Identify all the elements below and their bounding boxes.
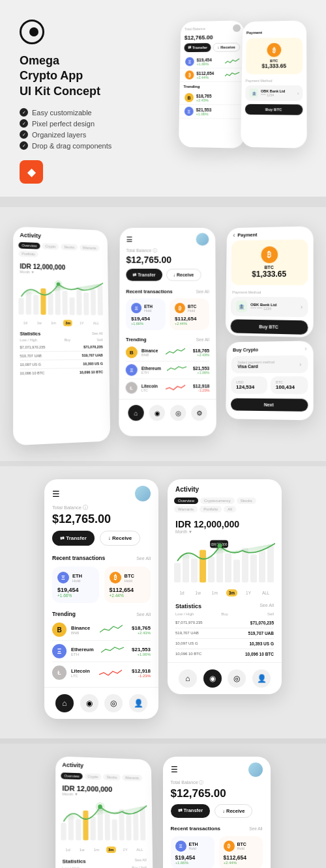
svg-rect-32 xyxy=(76,819,81,841)
nav-profile-large[interactable]: 👤 xyxy=(129,694,147,712)
trending-label: Trending xyxy=(125,337,146,343)
see-all-trending[interactable]: See All xyxy=(196,337,209,342)
svg-rect-17 xyxy=(200,550,206,583)
tab-overview[interactable]: Overview xyxy=(18,242,40,249)
act-tab-crypto[interactable]: Cryptocurrency xyxy=(200,497,235,504)
bottom-section: Activity Overview Crypto Stocks Warrants… xyxy=(0,744,326,868)
svg-rect-37 xyxy=(111,819,117,840)
brand-title: Omega xyxy=(20,53,163,68)
svg-rect-41 xyxy=(140,807,145,841)
receive-large[interactable]: ↓ Receive xyxy=(100,531,140,546)
back-arrow[interactable]: ‹ xyxy=(233,232,235,239)
receive-bottom[interactable]: ↓ Receive xyxy=(215,804,252,818)
section-divider-2 xyxy=(0,461,326,466)
act-tab-portfolio[interactable]: Portfolio xyxy=(200,506,222,512)
nav-wallet[interactable]: ◎ xyxy=(170,405,186,421)
section-divider-1 xyxy=(0,197,326,207)
btc-icon-main: ₿ xyxy=(174,303,185,313)
act-tab-stocks[interactable]: Stocks xyxy=(237,497,256,504)
ltc-icon-trend: Ł xyxy=(125,382,137,394)
tab-warrants[interactable]: Warrants xyxy=(79,244,99,251)
main-phone-mid: ☰ Total Balance ⓘ $12,765.00 ⇄ Transfer … xyxy=(119,228,216,436)
nav-settings[interactable]: ⚙ xyxy=(191,405,207,421)
bnb-icon-trend: B xyxy=(125,346,137,358)
svg-rect-11 xyxy=(97,285,102,315)
hamburger-large[interactable]: ☰ xyxy=(52,489,60,499)
avatar-large[interactable] xyxy=(135,486,151,501)
receive-btn[interactable]: ↓ Receive xyxy=(166,269,201,281)
buy-crypto-phone-mid: Buy Crypto › Select payment method Visa … xyxy=(226,341,314,420)
act-tab-all[interactable]: All xyxy=(224,506,236,512)
omega-logo xyxy=(20,20,44,44)
nav-home-large[interactable]: ⌂ xyxy=(55,694,74,712)
activity-phone-bottom: Activity Overview Crypto Stocks Warrants… xyxy=(55,756,154,868)
nav-home[interactable]: ⌂ xyxy=(128,405,143,421)
bottom-chart xyxy=(61,800,147,842)
svg-rect-33 xyxy=(83,811,88,841)
eth-trend-sparkline xyxy=(167,365,186,374)
nav-activity[interactable]: ◉ xyxy=(149,405,164,421)
btc-icon: ₿ xyxy=(185,70,194,79)
svg-rect-25 xyxy=(267,546,274,583)
tab-portfolio[interactable]: Portfolio xyxy=(18,251,38,258)
svg-rect-21 xyxy=(233,560,240,583)
transfer-bottom[interactable]: ⇄ Transfer xyxy=(171,804,211,818)
avatar-bottom[interactable] xyxy=(248,763,263,777)
recent-label: Recent transactions xyxy=(126,289,172,295)
bnb-icon: B xyxy=(185,93,194,102)
act-tab-overview[interactable]: Overview xyxy=(174,497,198,504)
buy-btc-btn[interactable]: Buy BTC xyxy=(245,104,303,115)
svg-rect-7 xyxy=(69,298,74,315)
svg-rect-4 xyxy=(48,293,53,315)
bnb-large: B xyxy=(52,623,67,637)
svg-rect-10 xyxy=(90,289,95,315)
tab-stocks[interactable]: Stocks xyxy=(61,244,78,251)
next-btn[interactable]: Next xyxy=(230,399,307,412)
buy-btc-mid[interactable]: Buy BTC xyxy=(230,319,308,335)
svg-rect-22 xyxy=(242,548,248,583)
activity-chart xyxy=(18,277,103,315)
svg-rect-16 xyxy=(191,559,198,583)
svg-rect-38 xyxy=(119,809,124,841)
figma-badge[interactable]: ◆ xyxy=(20,160,43,184)
btc-sparkline xyxy=(225,72,239,78)
top-phone1-receive[interactable]: ↓ Receive xyxy=(213,43,240,52)
transfer-large[interactable]: ⇄ Transfer xyxy=(52,531,95,546)
top-phone-2: Payment ₿ BTC $1,333.65 Payment Method 🏦… xyxy=(241,20,307,148)
top-section: Omega Crypto App UI Kit Concept Easy cus… xyxy=(0,0,326,197)
section-divider-3 xyxy=(0,738,326,744)
nav2-wallet[interactable]: ◎ xyxy=(228,669,246,688)
svg-rect-3 xyxy=(40,288,46,315)
see-all-recent[interactable]: See All xyxy=(196,289,209,294)
transfer-btn[interactable]: ⇄ Transfer xyxy=(126,269,162,281)
nav-wallet-large[interactable]: ◎ xyxy=(104,694,123,712)
nav-activity-large[interactable]: ◉ xyxy=(80,694,98,712)
active-period[interactable]: 3m xyxy=(63,320,72,326)
check-icon-3 xyxy=(20,130,28,139)
top-phone1-transfer[interactable]: ⇄ Transfer xyxy=(184,43,211,52)
act-tab-warrants[interactable]: Warrants xyxy=(174,506,198,512)
feature-2: Pixel perfect design xyxy=(20,119,163,128)
btc-pay-icon: ₿ xyxy=(267,43,281,57)
ltc-large-sparkline xyxy=(99,667,122,678)
btc-pay-icon-mid: ₿ xyxy=(260,246,277,263)
tab-crypto[interactable]: Crypto xyxy=(42,243,59,250)
svg-rect-18 xyxy=(208,557,215,583)
ham-bottom[interactable]: ☰ xyxy=(171,765,178,774)
svg-rect-39 xyxy=(126,815,131,841)
nav2-activity[interactable]: ◉ xyxy=(203,669,222,688)
main-balance: $12,765.00 xyxy=(119,254,215,269)
nav2-profile[interactable]: 👤 xyxy=(252,669,271,688)
middle-section: Activity Overview Crypto Stocks Warrants… xyxy=(0,207,326,461)
period-3m[interactable]: 3m xyxy=(226,589,237,596)
brand-tagline: UI Kit Concept xyxy=(20,84,163,99)
svg-rect-9 xyxy=(83,292,89,315)
nav2-home[interactable]: ⌂ xyxy=(179,669,197,688)
eth-icon: Ξ xyxy=(185,57,194,66)
feature-4: Drop & drag components xyxy=(20,141,163,150)
svg-rect-2 xyxy=(33,295,38,315)
user-avatar[interactable] xyxy=(196,233,209,246)
eth-trend-row: Ξ $21,553 +1.06% xyxy=(179,105,245,119)
eth-large-trend: Ξ xyxy=(52,644,67,658)
hamburger-icon[interactable]: ☰ xyxy=(126,235,132,244)
